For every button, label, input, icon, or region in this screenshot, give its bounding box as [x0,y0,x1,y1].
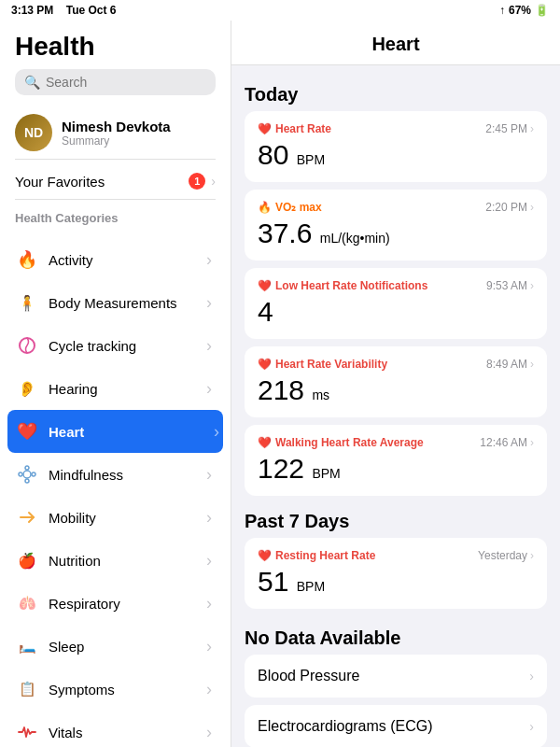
hrv-icon: ❤️ [258,358,272,371]
body-measurements-label: Body Measurements [49,295,177,311]
resting-heart-rate-value: 51 BPM [258,566,534,598]
status-time: 3:13 PM Tue Oct 6 [11,4,117,17]
sidebar-item-sleep[interactable]: 🛏️ Sleep [15,625,216,668]
svg-point-2 [25,466,29,470]
vo2-max-card[interactable]: 🔥 VO₂ max 2:20 PM › 37.6 mL/(kg•min) [245,190,547,261]
vo2-label: 🔥 VO₂ max [258,201,322,214]
no-data-header: No Data Available [245,620,547,655]
chevron-right-icon: › [530,436,534,449]
ecg-item[interactable]: Electrocardiograms (ECG) › [245,705,547,747]
sidebar-item-hearing[interactable]: 👂 Hearing [15,367,216,410]
heart-icon: ❤️ [15,419,39,444]
favorites-badge: 1 [189,173,205,190]
user-profile[interactable]: ND Nimesh Devkota Summary [15,106,216,160]
resting-heart-icon: ❤️ [258,549,272,562]
mindfulness-icon [15,462,39,486]
vo2-value: 37.6 mL/(kg•min) [258,218,534,249]
sleep-icon: 🛏️ [15,634,39,658]
favorites-right: 1 › [189,173,216,190]
sidebar-item-nutrition[interactable]: 🍎 Nutrition [15,539,216,582]
past7days-section-header: Past 7 Days [245,503,547,538]
sidebar-item-symptoms[interactable]: 📋 Symptoms [15,668,216,711]
sidebar-item-mobility[interactable]: Mobility [15,496,216,539]
walking-heart-icon: ❤️ [258,436,272,449]
activity-label: Activity [49,252,93,268]
heart-rate-icon: ❤️ [258,122,272,135]
sidebar-item-body-measurements[interactable]: 🧍 Body Measurements [15,281,216,324]
main-container: Health 🔍 ND Nimesh Devkota Summary Your … [0,21,560,747]
right-panel: Heart Today ❤️ Heart Rate 2:45 PM › [231,21,560,747]
hearing-label: Hearing [49,381,98,397]
signal-icon: ↑ [499,4,505,17]
sleep-label: Sleep [49,639,84,655]
sidebar-item-mindfulness[interactable]: Mindfulness [15,453,216,496]
cycle-tracking-label: Cycle tracking [49,338,136,354]
symptoms-label: Symptoms [49,682,115,698]
resting-heart-rate-card[interactable]: ❤️ Resting Heart Rate Yesterday › 51 BPM [245,538,547,609]
chevron-right-icon: › [530,122,534,135]
low-heart-rate-time: 9:53 AM › [486,279,534,292]
sidebar-item-activity[interactable]: 🔥 Activity [15,238,216,281]
blood-pressure-label: Blood Pressure [258,668,359,684]
hrv-time: 8:49 AM › [486,358,534,371]
hrv-value: 218 ms [258,374,534,406]
resting-heart-rate-time: Yesterday › [478,549,534,562]
battery-icon: 🔋 [535,4,549,17]
chevron-right-icon: › [530,201,534,214]
body-measurements-icon: 🧍 [15,290,39,315]
heart-label: Heart [49,424,84,440]
card-top: ❤️ Heart Rate 2:45 PM › [258,122,534,135]
nutrition-label: Nutrition [49,553,101,569]
search-icon: 🔍 [24,75,40,90]
respiratory-icon: 🫁 [15,591,39,615]
vitals-icon [15,720,39,744]
sidebar: Health 🔍 ND Nimesh Devkota Summary Your … [0,21,231,747]
user-info: Nimesh Devkota Summary [62,119,171,148]
low-heart-icon: ❤️ [258,279,272,292]
search-bar[interactable]: 🔍 [15,69,216,95]
hearing-icon: 👂 [15,376,39,401]
sidebar-item-heart[interactable]: ❤️ Heart [7,410,223,453]
flame-icon: 🔥 [258,201,272,214]
user-name: Nimesh Devkota [62,119,171,134]
walking-heart-rate-value: 122 BPM [258,453,534,485]
heart-rate-time: 2:45 PM › [485,122,534,135]
svg-point-4 [19,472,22,476]
low-heart-rate-card[interactable]: ❤️ Low Heart Rate Notifications 9:53 AM … [245,268,547,339]
status-bar: 3:13 PM Tue Oct 6 ↑ 67% 🔋 [0,0,560,21]
search-input[interactable] [46,75,206,90]
favorites-label: Your Favorites [15,174,105,190]
sidebar-item-vitals[interactable]: Vitals [15,711,216,747]
favorites-row[interactable]: Your Favorites 1 › [15,163,216,200]
heart-rate-value: 80 BPM [258,139,534,171]
mobility-label: Mobility [49,510,96,526]
svg-point-3 [25,479,29,483]
svg-point-5 [32,472,35,476]
sidebar-item-respiratory[interactable]: 🫁 Respiratory [15,582,216,625]
categories-label: Health Categories [15,200,216,231]
user-subtitle: Summary [62,134,171,148]
sidebar-item-cycle-tracking[interactable]: Cycle tracking [15,324,216,367]
low-heart-rate-value: 4 [258,296,534,328]
mobility-icon [15,505,39,529]
walking-heart-rate-time: 12:46 AM › [480,436,534,449]
hrv-label: ❤️ Heart Rate Variability [258,358,387,371]
hrv-card[interactable]: ❤️ Heart Rate Variability 8:49 AM › 218 … [245,346,547,417]
battery-level: 67% [509,4,531,17]
blood-pressure-item[interactable]: Blood Pressure › [245,655,547,698]
heart-rate-card[interactable]: ❤️ Heart Rate 2:45 PM › 80 BPM [245,111,547,182]
svg-point-1 [23,471,31,478]
walking-heart-rate-card[interactable]: ❤️ Walking Heart Rate Average 12:46 AM ›… [245,425,547,496]
status-right: ↑ 67% 🔋 [499,4,549,17]
blood-pressure-chevron: › [529,669,534,684]
vo2-time: 2:20 PM › [485,201,534,214]
vitals-label: Vitals [49,725,82,740]
favorites-chevron: › [211,174,216,189]
respiratory-label: Respiratory [49,596,120,612]
sidebar-header: Health 🔍 ND Nimesh Devkota Summary Your … [0,21,231,238]
ecg-label: Electrocardiograms (ECG) [258,718,433,735]
today-section-header: Today [245,77,547,111]
avatar: ND [15,114,52,151]
chevron-right-icon: › [530,358,534,371]
resting-heart-rate-label: ❤️ Resting Heart Rate [258,549,375,562]
